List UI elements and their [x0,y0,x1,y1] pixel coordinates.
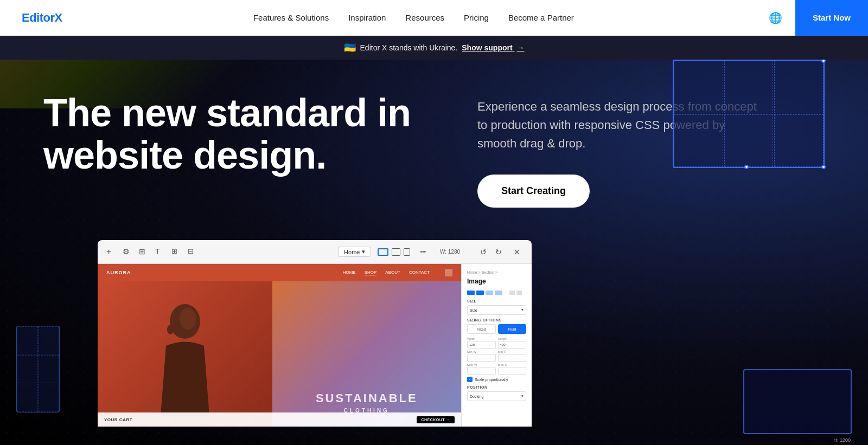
website-nav-links: HOME SHOP ABOUT CONTACT [343,270,430,275]
floating-left-cell-2 [39,326,60,354]
scale-label: Scale proportionally [475,378,508,382]
toolbar-table-icon[interactable]: ⊟ [188,247,197,257]
brand-logo[interactable]: EditorX [22,11,62,25]
website-brand: AURORA [106,270,131,275]
language-icon[interactable]: 🌐 [765,7,787,29]
width-indicator: W: 1280 [440,249,460,255]
height-label: Height [498,337,527,340]
ukraine-banner-text: Editor X stands with Ukraine. [360,43,458,52]
align-btn-6[interactable] [516,291,522,295]
max-h-field: Max H [498,363,527,375]
website-nav-home[interactable]: HOME [343,270,356,275]
brand-name: Editor [22,11,55,24]
tablet-view-icon[interactable] [392,248,400,256]
cart-bar: YOUR CART CHECKOUT → [98,412,461,427]
height-field: Height 420 [498,337,527,349]
max-w-field: Max W [467,363,496,375]
toolbar-add-icon[interactable]: + [106,247,116,257]
align-btn-4[interactable] [495,291,502,295]
panel-position-dropdown[interactable]: Docking ▾ [467,391,526,401]
navbar-right: 🌐 Start Now [765,0,868,36]
grid-cell-5 [724,114,774,167]
floating-left-element [16,326,60,412]
panel-breadcrumb: Home > Section > [467,270,526,274]
align-btn-1[interactable] [467,291,475,295]
website-nav-shop[interactable]: SHOP [365,270,377,275]
redo-button[interactable]: ↻ [493,246,505,258]
panel-sizing-options-label: Sizing Options [467,318,526,322]
toolbar-more[interactable]: ••• [420,249,426,255]
cart-label: YOUR CART [104,417,132,422]
toolbar-layers-icon[interactable]: ⊞ [139,247,149,257]
grid-cell-4 [674,114,723,167]
hero-title: The new standard in website design. [43,92,423,177]
min-h-input[interactable] [498,354,527,362]
desktop-view-icon[interactable] [378,248,388,256]
nav-resources[interactable]: Resources [405,13,444,22]
grid-handle-bottom-left[interactable] [744,165,749,169]
nav-pricing[interactable]: Pricing [464,13,489,22]
person-image-section [98,281,272,427]
toolbar-settings-icon[interactable]: ⚙ [123,247,132,257]
toolbar-grid-icon[interactable]: ⊞ [171,247,181,257]
width-input[interactable]: 120 [467,341,496,349]
undo-button[interactable]: ↺ [477,246,489,258]
website-cart-icon[interactable] [445,269,452,276]
svg-point-2 [180,308,196,330]
toolbar-view-icons [378,248,410,256]
sustainable-text: SUSTAINABLE [316,391,418,405]
nav-inspiration[interactable]: Inspiration [348,13,386,22]
toolbar-undo-redo: ↺ ↻ [477,246,505,258]
align-divider [506,291,506,295]
max-w-input[interactable] [467,367,496,375]
start-creating-button[interactable]: Start Creating [477,175,590,208]
navbar: EditorX Features & Solutions Inspiration… [0,0,868,36]
floating-grid-element [673,60,825,168]
show-support-link[interactable]: Show support → [462,43,524,52]
start-now-button[interactable]: Start Now [795,0,868,36]
editor-preview: + ⚙ ⊞ T ⊞ ⊟ Home ▾ ••• W: 1280 ↺ ↻ ✕ [98,240,532,427]
checkout-button[interactable]: CHECKOUT → [417,416,455,423]
person-illustration [150,292,220,416]
floating-left-cell-5 [17,384,38,412]
align-btn-3[interactable] [486,291,493,295]
floating-left-cell-4 [39,355,60,383]
panel-size-dropdown[interactable]: Size ▾ [467,305,526,315]
grid-handle-bottom-right[interactable] [821,165,826,169]
grid-cell-6 [774,114,824,167]
editor-close-button[interactable]: ✕ [511,246,523,258]
maxwh-row: Max W Max H [467,363,526,375]
nav-links: Features & Solutions Inspiration Resourc… [253,13,574,22]
fluid-sizing-btn[interactable]: Fluid [498,324,527,334]
toolbar-home-selector[interactable]: Home ▾ [338,247,371,257]
min-w-field: Min W [467,350,496,362]
website-nav-contact[interactable]: CONTACT [409,270,430,275]
floating-left-cell-3 [17,355,38,383]
sizing-options-row: Fixed Fluid [467,324,526,334]
align-btn-2[interactable] [476,291,484,295]
website-body: SUSTAINABLE CLOTHING [98,281,461,427]
brand-suffix: X [55,11,62,24]
mobile-view-icon[interactable] [404,248,410,256]
hero-section: The new standard in website design. Expe… [0,0,868,445]
floating-bottom-right-element: H: 1200 [743,369,852,434]
editor-main: AURORA HOME SHOP ABOUT CONTACT [98,264,532,427]
toolbar-text-icon[interactable]: T [155,247,165,257]
height-input[interactable]: 420 [498,341,527,349]
svg-point-1 [167,325,174,334]
website-nav-about[interactable]: ABOUT [385,270,400,275]
fixed-sizing-btn[interactable]: Fixed [467,324,496,334]
align-btn-5[interactable] [509,291,515,295]
properties-panel: Home > Section > Image SIZE Size ▾ [461,264,532,427]
max-h-input[interactable] [498,367,527,375]
scale-checkbox[interactable]: ✓ [467,377,473,382]
minmax-row: Min W Min H [467,350,526,362]
nav-become-partner[interactable]: Become a Partner [508,13,574,22]
panel-position-label: POSITION [467,385,526,389]
scale-row: ✓ Scale proportionally [467,377,526,382]
website-preview: AURORA HOME SHOP ABOUT CONTACT [98,264,461,427]
editor-toolbar: + ⚙ ⊞ T ⊞ ⊟ Home ▾ ••• W: 1280 ↺ ↻ ✕ [98,240,532,264]
checkbox-check-icon: ✓ [468,377,471,382]
min-w-input[interactable] [467,354,496,362]
nav-features-solutions[interactable]: Features & Solutions [253,13,329,22]
